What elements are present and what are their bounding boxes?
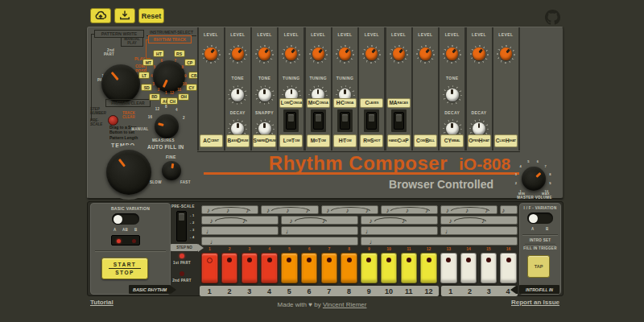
if-variation-switch[interactable] <box>527 213 553 224</box>
step-led-14 <box>466 258 471 262</box>
master-volume-label: MASTER VOLUME <box>510 196 559 200</box>
pattern-write-knob[interactable] <box>101 64 140 103</box>
step-button-8[interactable] <box>341 253 357 283</box>
step-button-11[interactable] <box>401 253 418 283</box>
cymbal-decay-label: DECAY <box>440 110 464 115</box>
pre-scale-pos-1: - 1 <box>190 213 195 217</box>
low-tom-level-knob[interactable] <box>282 45 300 64</box>
bass-drum-level-knob[interactable] <box>229 45 247 64</box>
mid-tom-sound-switch[interactable] <box>313 112 324 130</box>
tap-button[interactable]: TAP <box>527 255 550 278</box>
closed-hihat-level-knob[interactable] <box>497 45 515 64</box>
accent-level-label: LEVEL <box>199 32 224 37</box>
prescale-row2-seg1: ♪♪ <box>201 216 279 225</box>
prescale-row3-seg2: ♩ <box>281 226 358 235</box>
mixer-column-accent: LEVELACCENT <box>199 27 224 151</box>
bass-drum-tone-knob[interactable] <box>228 85 247 105</box>
cymbal-level-knob-cap <box>446 47 458 60</box>
report-issue-link[interactable]: Report an Issue <box>511 299 559 306</box>
bass-drum-decay-label: DECAY <box>225 110 250 115</box>
step-button-13[interactable] <box>440 253 457 283</box>
fine-knob[interactable] <box>162 161 181 180</box>
open-hihat-level-label: LEVEL <box>467 32 492 37</box>
snare-drum-tone-knob[interactable] <box>255 85 275 105</box>
select-num-7: 7 <box>175 59 177 63</box>
github-icon[interactable] <box>545 10 560 28</box>
hand-clap-alt-sound-label: MARACAS <box>387 98 411 108</box>
step-button-14[interactable] <box>460 253 477 283</box>
prescale-row2-seg3: ♪♪ <box>361 216 438 225</box>
tempo-knob[interactable] <box>106 150 151 195</box>
step-number-2: 2 <box>220 246 240 251</box>
start-stop-button[interactable]: START STOP <box>101 258 148 279</box>
mid-tom-level-knob[interactable] <box>309 45 328 64</box>
strip-left-1: 1 <box>200 287 220 295</box>
author-link[interactable]: Vincent Riemer <box>323 301 367 308</box>
hand-clap-sound-switch[interactable] <box>394 112 404 130</box>
note-icon: ♩ <box>286 227 292 236</box>
step-led-11 <box>407 258 411 262</box>
pre-scale-pos-2: - 2 <box>190 221 195 225</box>
hi-tom-level-knob[interactable] <box>336 45 354 64</box>
step-button-7[interactable] <box>321 253 338 283</box>
measures-knob[interactable] <box>155 114 179 138</box>
low-tom-sound-switch[interactable] <box>286 112 296 130</box>
accent-level-knob[interactable] <box>202 45 221 64</box>
step-led-2 <box>227 258 232 262</box>
select-num-4: 4 <box>151 74 153 78</box>
step-button-6[interactable] <box>301 253 318 283</box>
model-name: iO-808 <box>459 155 510 172</box>
open-hihat-name-label: OPEN HIHAT <box>468 134 491 147</box>
step-led-5 <box>287 258 291 262</box>
rim-shot-sound-switch[interactable] <box>366 112 377 130</box>
snare-drum-name-label: SNARE DRUM <box>253 134 276 147</box>
step-number-15: 15 <box>479 246 499 251</box>
variation-a-led <box>117 239 121 243</box>
step-number-5: 5 <box>279 246 299 251</box>
step-button-15[interactable] <box>481 253 497 283</box>
hand-clap-level-knob[interactable] <box>390 45 408 64</box>
note-icon: ♪ <box>449 217 452 225</box>
rim-shot-level-knob[interactable] <box>362 45 381 64</box>
step-button-3[interactable] <box>242 253 258 283</box>
prescale-row3-seg1: ♩ <box>201 226 279 235</box>
step-button-4[interactable] <box>261 253 278 283</box>
download-button[interactable] <box>114 8 135 23</box>
step-led-16 <box>506 258 511 262</box>
cymbal-level-knob[interactable] <box>443 45 461 64</box>
mixer-column-cow-bell: LEVELCOW BELL <box>413 27 438 151</box>
open-hihat-level-knob[interactable] <box>470 45 489 64</box>
select-num-6: 6 <box>160 59 163 63</box>
step-button-1[interactable] <box>201 253 218 283</box>
save-to-cloud-button[interactable] <box>90 8 111 23</box>
step-led-8 <box>347 258 352 262</box>
pre-scale-switch[interactable] <box>176 211 187 242</box>
cymbal-tone-knob[interactable] <box>443 85 462 105</box>
basic-rhythm-arrow <box>171 286 176 294</box>
low-tom-level-knob-cap <box>285 47 297 60</box>
strip-right-1: 1 <box>441 287 460 295</box>
cow-bell-level-knob[interactable] <box>416 45 435 64</box>
note-icon: ♪ <box>210 217 213 225</box>
step-button-9[interactable] <box>361 253 378 283</box>
step-button-16[interactable] <box>500 253 517 283</box>
rhythm-track-label: RHYTHM TRACK <box>148 35 192 43</box>
bass-drum-name-label: BASS DRUM <box>226 134 250 147</box>
step-button-5[interactable] <box>281 253 298 283</box>
basic-variation-switch[interactable] <box>112 213 139 225</box>
step-button-2[interactable] <box>221 253 238 283</box>
snare-drum-level-knob[interactable] <box>255 45 274 64</box>
measures-option-MANUAL: MANUAL <box>131 127 148 131</box>
step-button-10[interactable] <box>381 253 398 283</box>
strip-left-8: 8 <box>339 287 359 295</box>
strip-right-2: 2 <box>460 287 480 295</box>
step-button-12[interactable] <box>420 253 437 283</box>
strip-right-3: 3 <box>480 287 499 295</box>
master-volume-knob[interactable] <box>522 167 546 191</box>
if-a-label: A <box>531 227 535 231</box>
hi-tom-name-label: HI TOM <box>333 134 357 147</box>
reset-button[interactable]: Reset <box>138 8 164 23</box>
open-hihat-decay-label: DECAY <box>467 110 492 115</box>
prescale-row2-seg2: ♪♪ <box>281 216 358 225</box>
hi-tom-sound-switch[interactable] <box>340 112 350 130</box>
